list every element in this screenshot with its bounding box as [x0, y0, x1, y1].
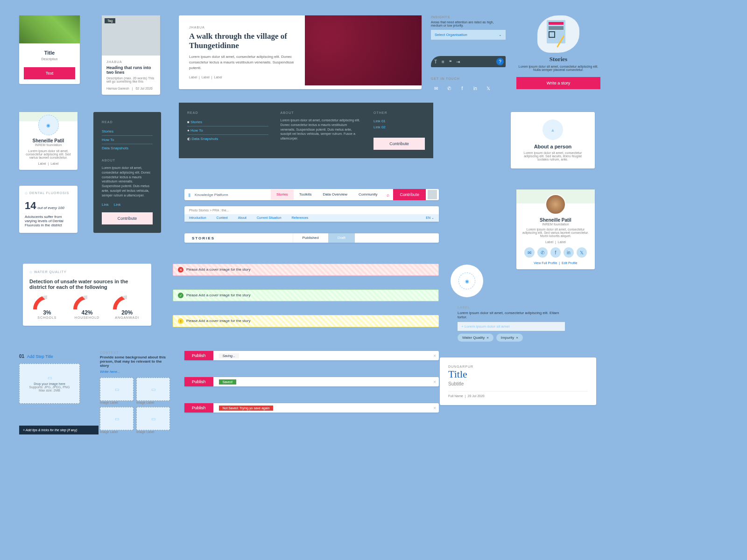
sidebar-item-data[interactable]: Data Snapshots [102, 144, 153, 152]
sidebar-item-stories[interactable]: Stories [102, 127, 153, 135]
text-format-icon[interactable]: T [433, 59, 438, 64]
avatar-placeholder: ▲ [543, 119, 563, 140]
close-icon[interactable]: × [430, 353, 439, 358]
crumb-tab[interactable]: Introduction [189, 216, 206, 220]
stat-line: Adolscents suffer from varying levels of… [25, 215, 72, 227]
contribute-button[interactable]: Contribute [393, 189, 426, 200]
crumb-tab[interactable]: Context [217, 216, 228, 220]
card-placeholder-image: Tag [102, 15, 160, 56]
footer-item-stories[interactable]: Stories [190, 120, 202, 124]
profile-name: Sheneille Patil [521, 217, 590, 223]
close-icon[interactable]: × [430, 379, 439, 385]
footer-item-data[interactable]: Data Snapshots [191, 137, 218, 141]
gauge-label: HOUSEHOLD [70, 316, 105, 319]
org-dropdown[interactable]: Select Organisation ⌄ [431, 30, 506, 40]
write-story-button[interactable]: Write a story [516, 77, 600, 89]
phone-icon[interactable]: ✆ [537, 247, 548, 258]
nav-stories[interactable]: Stories [271, 189, 294, 200]
view-profile-link[interactable]: View Full Profile [534, 261, 557, 265]
side-link[interactable]: Link [102, 203, 109, 207]
context-input[interactable]: Write here... [100, 370, 170, 374]
tag-hint: Lorem ipsum dolor sit amet, consectetur … [458, 311, 565, 319]
about-body: Lorem ipsum dolor sit amet, consectetur … [518, 151, 587, 161]
linkedin-icon[interactable]: in [564, 247, 574, 258]
list-icon[interactable]: ≡ [440, 59, 446, 64]
brand-icon: ▮ [184, 192, 195, 197]
tips-input[interactable]: + Add tips & tricks for the step (if any… [19, 426, 99, 434]
facebook-icon[interactable]: f [550, 247, 561, 258]
date-label: 02 Jul 2020 [135, 87, 152, 90]
tag-chip[interactable]: Impurity × [496, 334, 523, 342]
profile-org: INREM foundation [24, 143, 73, 147]
publish-button[interactable]: Publish [184, 351, 213, 360]
tab-published[interactable]: Published [293, 233, 328, 243]
insights-hint: Areas that need attention are rated as h… [431, 21, 506, 27]
water-label: ◎ WATER QUALITY [29, 270, 145, 274]
contribute-button[interactable]: Contribute [102, 212, 153, 224]
image-label: Image Label [136, 401, 170, 404]
side-about-header: ABOUT [102, 159, 153, 162]
footer-item-howto[interactable]: How To [190, 128, 203, 133]
tag-input-field[interactable]: + Lorem ipsum dolor sit amet [458, 322, 565, 331]
mail-icon[interactable]: ✉ [524, 247, 535, 258]
footer-link[interactable]: Link 01 [374, 118, 425, 124]
step-title-input[interactable]: Add Step Title [27, 354, 53, 359]
phone-icon[interactable]: ✆ [444, 83, 454, 93]
side-link[interactable]: Link [114, 203, 121, 207]
crumb-tab[interactable]: Current Situation [257, 216, 282, 220]
article-image [305, 15, 422, 85]
linkedin-icon[interactable]: in [470, 83, 480, 93]
close-icon[interactable]: × [486, 336, 489, 340]
avatar-icon[interactable] [428, 190, 437, 199]
footer-link[interactable]: Link 02 [374, 124, 425, 130]
nav-community[interactable]: Community [353, 189, 383, 200]
upload-circle[interactable]: ◉ [451, 265, 483, 297]
tab-draft[interactable]: Draft [328, 233, 355, 243]
image-slot[interactable]: ▭ [136, 407, 170, 430]
card-heading: Heading that runs into two lines [106, 65, 155, 75]
card-image [19, 15, 80, 43]
twitter-icon[interactable]: 𝕏 [483, 83, 493, 93]
search-icon[interactable]: ⌕ [383, 192, 393, 197]
mail-icon[interactable]: ✉ [431, 83, 441, 93]
publish-button[interactable]: Publish [184, 403, 213, 413]
contribute-button[interactable]: Contribute [374, 138, 425, 150]
title-sub: Subtitle [448, 381, 588, 386]
nav-toolkits[interactable]: Toolkits [294, 189, 317, 200]
indent-icon[interactable]: ⇥ [455, 59, 461, 64]
publish-button[interactable]: Publish [184, 377, 213, 386]
touch-title: GET IN TOUCH [431, 77, 506, 80]
side-about-body: Lorem ipsum dolor sit amet, consectetur … [102, 166, 153, 198]
tabs-header: STORIES [184, 236, 222, 240]
nav-data[interactable]: Data Overview [317, 189, 353, 200]
card-action-button[interactable]: Text [24, 67, 75, 79]
facebook-icon[interactable]: f [457, 83, 467, 93]
crumb-tab[interactable]: About [238, 216, 247, 220]
edit-profile-link[interactable]: Edit Profile [562, 261, 578, 265]
image-slot[interactable]: ▭ [136, 378, 170, 401]
twitter-icon[interactable]: 𝕏 [577, 247, 587, 258]
x-icon: ✕ [178, 267, 183, 273]
footer-other-header: OTHER [374, 111, 425, 114]
meta-label: Label [545, 240, 553, 244]
close-icon[interactable]: × [516, 336, 518, 340]
status-error: Not Saved: Trying yo save again [219, 406, 274, 411]
help-icon[interactable]: ? [496, 58, 504, 65]
lang-select[interactable]: EN ⌄ [426, 216, 434, 220]
tag-chip[interactable]: Water Quality × [458, 334, 493, 342]
water-title: Detection of unsafe water sources in the… [29, 279, 145, 290]
image-dropzone[interactable]: ▭ Drop your image here Supports: JPG, JP… [19, 364, 80, 404]
crumb-tab[interactable]: References [292, 216, 309, 220]
quote-icon[interactable]: ❝ [448, 59, 453, 64]
camera-icon: ◉ [46, 123, 50, 128]
status-saving: Saving... [219, 353, 239, 358]
close-icon[interactable]: × [430, 406, 439, 411]
gauge-value: 3% [29, 309, 65, 316]
meta-label: Label [189, 76, 197, 79]
image-slot[interactable]: ▭ [100, 378, 134, 401]
image-slot[interactable]: ▭ [100, 407, 134, 430]
sidebar-item-howto[interactable]: How To [102, 136, 153, 144]
drop-max: Max size: 2MB [22, 389, 77, 392]
card-description: Description (max. 20 words) This will go… [106, 77, 155, 83]
step-number: 01 [19, 354, 24, 359]
